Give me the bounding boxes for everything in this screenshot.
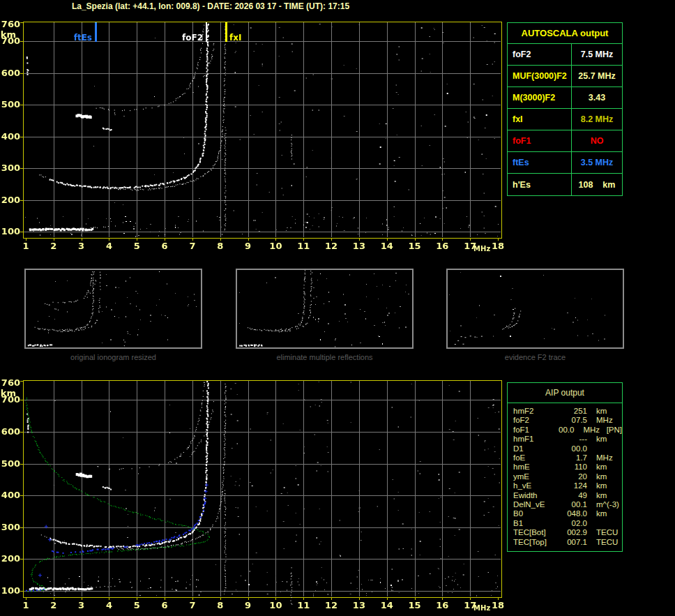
aip-value: 048.0 (559, 509, 587, 518)
aip-unit: km (587, 463, 607, 472)
aip-row-D1: D100.0 (513, 444, 622, 453)
panel1-caption: original ionogram resized (24, 353, 202, 361)
aip-name: B0 (513, 509, 559, 518)
aip-name: hmF1 (513, 435, 559, 444)
aip-name: B1 (513, 519, 559, 528)
aip-row-B1: B102.0 (513, 519, 622, 528)
aip-value: 20 (559, 472, 587, 481)
aip-unit: MHz (587, 416, 613, 425)
aip-name: TEC[Top] (513, 538, 559, 547)
aip-unit: TECU (587, 538, 618, 547)
main-ionogram-canvas (0, 17, 506, 255)
param-value: 3.5 MHz (572, 152, 622, 173)
aip-row-foF1: foF100.0MHz [PN] (513, 426, 622, 435)
aip-row-B0: B0048.0km (513, 509, 622, 518)
aip-value: 00.0 (551, 426, 574, 435)
autoscala-output-table: AUTOSCALA output foF27.5 MHzMUF(3000)F22… (507, 22, 623, 196)
aip-unit (587, 519, 596, 528)
panel-evidence-f2-trace (446, 269, 624, 349)
aip-value: 07.5 (559, 416, 587, 425)
aip-value: 124 (559, 481, 587, 490)
restored-ionogram-canvas (0, 377, 506, 616)
panel2-caption: eliminate multiple reflections (236, 353, 414, 361)
aip-unit: TECU (587, 528, 618, 537)
param-value: 3.43 (572, 87, 622, 108)
aip-unit: km (587, 407, 607, 416)
aip-table-rows: hmF2251kmfoF207.5MHzfoF100.0MHz [PN]hmF1… (508, 403, 622, 547)
param-label: MUF(3000)F2 (508, 66, 572, 87)
aip-name: foF2 (513, 416, 559, 425)
aip-row-h_vE: h_vE124km (513, 481, 622, 490)
aip-value: 00.1 (559, 500, 587, 509)
autoscala-row-foF2: foF27.5 MHz (508, 44, 622, 66)
autoscala-row-fxI: fxI8.2 MHz (508, 109, 622, 130)
aip-value: 1.7 (559, 453, 587, 463)
param-value: 25.7 MHz (572, 66, 622, 87)
aip-name: D1 (513, 444, 559, 453)
aip-row-TEC[Top]: TEC[Top]007.1TECU (513, 538, 622, 547)
aip-value: 00.0 (559, 444, 587, 453)
aip-table-title: AIP output (508, 383, 622, 403)
aip-name: DelN_vE (513, 500, 559, 509)
panel-eliminate-reflections (236, 269, 414, 349)
aip-unit (587, 444, 596, 453)
param-label: foF2 (508, 44, 572, 65)
aip-row-foE: foE1.7MHz (513, 453, 622, 463)
param-label: foF1 (508, 130, 572, 151)
param-value: NO (572, 130, 622, 151)
aip-name: hmE (513, 463, 559, 472)
autoscala-row-foF1: foF1NO (508, 130, 622, 152)
panel3-caption: evidence F2 trace (446, 353, 624, 361)
aip-row-foF2: foF207.5MHz (513, 416, 622, 425)
aip-value: 49 (559, 491, 587, 500)
aip-unit: km (587, 509, 607, 518)
aip-unit: km (587, 481, 607, 490)
aip-unit: km (587, 491, 607, 500)
aip-name: Ewidth (513, 491, 559, 500)
param-label: M(3000)F2 (508, 87, 572, 108)
autoscala-row-h'Es: h'Es108 km (508, 174, 622, 195)
aip-unit: km (587, 435, 607, 444)
aip-unit: m^(-3) (587, 500, 619, 509)
autoscala-row-MUF(3000)F2: MUF(3000)F225.7 MHz (508, 66, 622, 87)
aip-value: 002.9 (559, 528, 587, 537)
aip-value: 110 (559, 463, 587, 472)
aip-value: 02.0 (559, 519, 587, 528)
aip-row-DelN_vE: DelN_vE00.1m^(-3) (513, 500, 622, 509)
aip-value: 251 (559, 407, 587, 416)
aip-value: --- (559, 435, 587, 444)
aip-name: h_vE (513, 481, 559, 490)
station-header: La_Spezia (lat: +44.1, lon: 009.8) - DAT… (36, 1, 385, 11)
panel-original-ionogram (24, 269, 202, 349)
aip-name: hmF2 (513, 407, 559, 416)
aip-value: 007.1 (559, 538, 587, 547)
aip-name: foF1 (513, 426, 551, 435)
aip-row-ymE: ymE20km (513, 472, 622, 481)
param-value: 108 km (572, 174, 622, 195)
param-label: h'Es (508, 174, 572, 195)
aip-row-TEC[Bot]: TEC[Bot]002.9TECU (513, 528, 622, 537)
autoscala-table-title: AUTOSCALA output (508, 23, 622, 44)
aip-row-hmF1: hmF1---km (513, 435, 622, 444)
param-value: 8.2 MHz (572, 109, 622, 130)
aip-name: foE (513, 453, 559, 463)
param-label: fxI (508, 109, 572, 130)
aip-row-hmE: hmE110km (513, 463, 622, 472)
param-value: 7.5 MHz (572, 44, 622, 65)
aip-unit: km (587, 472, 607, 481)
autoscala-row-ftEs: ftEs3.5 MHz (508, 152, 622, 174)
aip-unit: MHz (587, 453, 613, 463)
aip-row-Ewidth: Ewidth49km (513, 491, 622, 500)
aip-name: TEC[Bot] (513, 528, 559, 537)
autoscala-row-M(3000)F2: M(3000)F23.43 (508, 87, 622, 109)
param-label: ftEs (508, 152, 572, 173)
aip-output-table: AIP output hmF2251kmfoF207.5MHzfoF100.0M… (507, 382, 623, 552)
aip-row-hmF2: hmF2251km (513, 407, 622, 416)
aip-unit: MHz [PN] (574, 426, 622, 435)
aip-name: ymE (513, 472, 559, 481)
autoscala-table-rows: foF27.5 MHzMUF(3000)F225.7 MHzM(3000)F23… (508, 44, 622, 195)
